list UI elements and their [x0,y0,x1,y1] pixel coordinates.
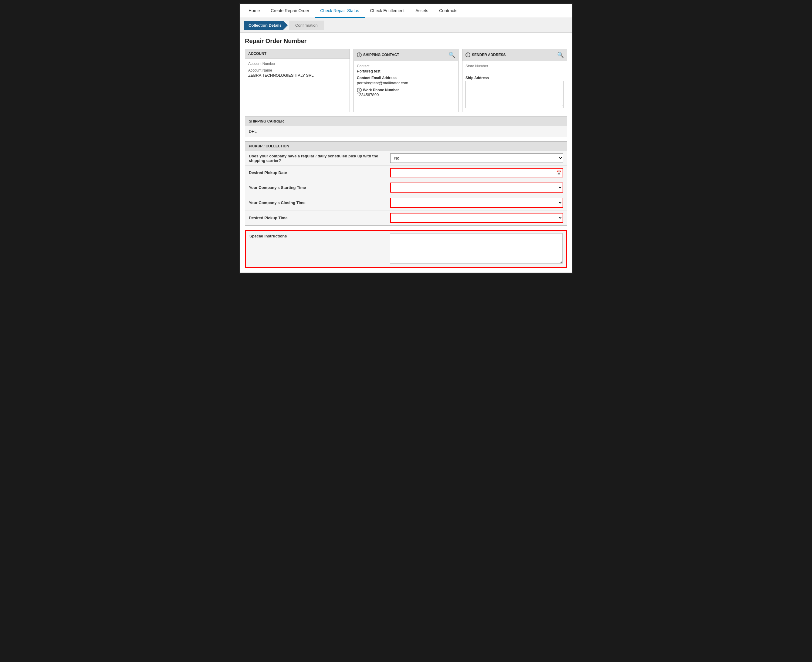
sender-address-panel: i SENDER ADDRESS 🔍 Store Number Ship Add… [462,49,567,112]
contact-label: Contact [357,64,455,68]
sender-address-body: Store Number Ship Address [462,61,567,112]
closing-time-row: Your Company's Closing Time [245,195,567,210]
account-panel-header: ACCOUNT [245,49,350,58]
contact-value: Portalreg test [357,69,455,73]
desired-pickup-date-label: Desired Pickup Date [249,170,390,175]
pickup-header: PICKUP / COLLECTION [245,141,567,151]
date-input-wrap: 📅 [390,168,563,177]
account-number-label: Account Number [248,61,346,66]
special-instructions-label-cell: Special Instructions [246,231,390,267]
starting-time-select[interactable] [390,183,563,193]
account-header-label: ACCOUNT [248,51,266,56]
regular-pickup-select[interactable]: No Yes [390,153,563,163]
breadcrumb-bar: Collection Details Confirmation [240,18,572,33]
desired-pickup-time-label: Desired Pickup Time [249,215,390,220]
sender-address-search-icon[interactable]: 🔍 [557,51,564,58]
shipping-contact-header: i SHIPPING CONTACT 🔍 [354,49,458,61]
ship-address-label: Ship Address [466,76,564,80]
shipping-contact-search-icon[interactable]: 🔍 [448,51,455,58]
desired-pickup-time-select[interactable] [390,213,563,223]
special-instructions-section: Special Instructions [245,230,567,268]
app-container: Home Create Repair Order Check Repair St… [239,3,573,273]
shipping-carrier-header: SHIPPING CARRIER [245,117,567,126]
work-phone-value: 1234567890 [357,93,455,97]
top-nav: Home Create Repair Order Check Repair St… [240,4,572,18]
account-panel: ACCOUNT Account Number Account Name ZEBR… [245,49,350,112]
shipping-contact-header-left: i SHIPPING CONTACT [357,53,399,57]
main-content: Repair Order Number ACCOUNT Account Numb… [240,33,572,273]
account-name-value: ZEBRA TECHNOLOGIES ITALY SRL [248,73,346,78]
pickup-section: PICKUP / COLLECTION Does your company ha… [245,141,567,226]
ship-address-textarea[interactable] [466,81,564,108]
work-phone-label: Work Phone Number [363,88,399,92]
account-name-label: Account Name [248,68,346,72]
closing-time-label: Your Company's Closing Time [249,201,390,205]
store-number-label: Store Number [466,64,564,68]
desired-pickup-time-row: Desired Pickup Time [245,210,567,225]
info-panels: ACCOUNT Account Number Account Name ZEBR… [245,49,567,112]
shipping-contact-header-label: SHIPPING CONTACT [363,53,399,57]
shipping-carrier-body: DHL [245,126,567,137]
desired-pickup-date-control: 📅 [390,168,563,177]
work-phone-info-icon: i [357,88,362,93]
closing-time-control [390,198,563,208]
shipping-contact-info-icon: i [357,53,362,57]
regular-pickup-control: No Yes [390,153,563,163]
shipping-contact-body: Contact Portalreg test Contact Email Add… [354,61,458,101]
closing-time-select[interactable] [390,198,563,208]
special-instructions-label: Special Instructions [250,234,287,238]
sender-address-header-label: SENDER ADDRESS [472,53,506,57]
sender-address-header: i SENDER ADDRESS 🔍 [462,49,567,61]
nav-check-entitlement[interactable]: Check Entitlement [365,4,410,18]
nav-check-repair-status[interactable]: Check Repair Status [315,4,364,18]
sender-address-header-left: i SENDER ADDRESS [466,53,506,57]
calendar-icon[interactable]: 📅 [556,170,561,175]
nav-assets[interactable]: Assets [410,4,433,18]
sender-address-info-icon: i [466,53,470,57]
starting-time-control [390,183,563,193]
desired-pickup-date-input[interactable] [390,168,563,177]
starting-time-row: Your Company's Starting Time [245,180,567,195]
store-number-value [466,69,564,73]
page-title: Repair Order Number [245,38,567,45]
desired-pickup-time-control [390,213,563,223]
contact-email-label: Contact Email Address [357,76,455,80]
nav-create-repair-order[interactable]: Create Repair Order [265,4,315,18]
nav-home[interactable]: Home [243,4,265,18]
breadcrumb-confirmation[interactable]: Confirmation [289,21,324,30]
nav-contracts[interactable]: Contracts [433,4,463,18]
special-instructions-textarea[interactable] [390,233,562,264]
shipping-contact-panel: i SHIPPING CONTACT 🔍 Contact Portalreg t… [353,49,459,112]
contact-email-value: portalregtest@mailinator.com [357,81,455,85]
regular-pickup-row: Does your company have a regular / daily… [245,151,567,166]
regular-pickup-label: Does your company have a regular / daily… [249,154,390,163]
breadcrumb-collection-details[interactable]: Collection Details [244,21,288,30]
account-panel-body: Account Number Account Name ZEBRA TECHNO… [245,58,350,81]
shipping-carrier-value: DHL [249,129,257,134]
shipping-carrier-section: SHIPPING CARRIER DHL [245,116,567,137]
starting-time-label: Your Company's Starting Time [249,185,390,190]
desired-pickup-date-row: Desired Pickup Date 📅 [245,166,567,180]
special-instructions-input-cell [390,231,566,267]
